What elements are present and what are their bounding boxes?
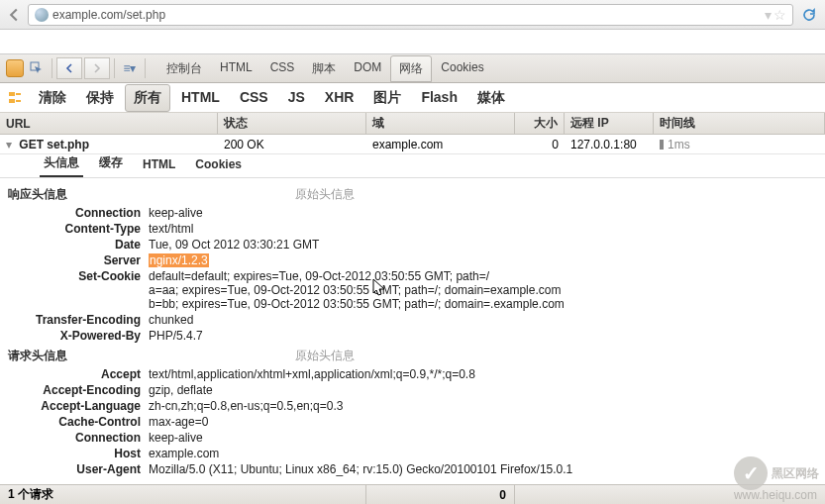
filter-0[interactable]: 清除 <box>30 84 75 112</box>
header-value[interactable]: example.com <box>149 447 825 460</box>
request-status: 200 OK <box>218 135 366 153</box>
detail-tab-1[interactable]: 缓存 <box>95 151 127 177</box>
header-name: Cache-Control <box>0 415 149 429</box>
col-ip[interactable]: 远程 IP <box>565 113 654 134</box>
request-headers-section: 请求头信息 原始头信息 <box>0 346 825 366</box>
header-row: Connectionkeep-alive <box>0 430 825 446</box>
headers-panel: 响应头信息 原始头信息 Connectionkeep-aliveContent-… <box>0 178 825 485</box>
panel-tab-控制台[interactable]: 控制台 <box>157 55 211 82</box>
filter-2[interactable]: 所有 <box>125 84 170 112</box>
header-name: Connection <box>0 431 149 445</box>
view-raw-link[interactable]: 原始头信息 <box>295 348 355 364</box>
header-value[interactable]: zh-cn,zh;q=0.8,en-us;q=0.5,en;q=0.3 <box>149 399 825 413</box>
watermark: ✓ 黑区网络 <box>734 456 819 490</box>
feed-icon[interactable]: ▾ <box>765 7 772 23</box>
header-value[interactable]: Tue, 09 Oct 2012 03:30:21 GMT <box>149 238 825 252</box>
header-name: Date <box>0 238 149 252</box>
view-raw-link[interactable]: 原始头信息 <box>295 186 355 203</box>
header-row: Hostexample.com <box>0 446 825 461</box>
panel-tab-html[interactable]: HTML <box>211 55 261 82</box>
filter-1[interactable]: 保持 <box>77 84 123 112</box>
reload-button[interactable] <box>797 4 821 26</box>
filter-9[interactable]: 媒体 <box>468 84 514 112</box>
expand-icon[interactable]: ▾ <box>6 138 16 151</box>
header-name: Transfer-Encoding <box>0 313 149 327</box>
col-size[interactable]: 大小 <box>515 113 565 134</box>
header-value[interactable]: default=default; expires=Tue, 09-Oct-201… <box>149 269 825 311</box>
header-value[interactable]: keep-alive <box>149 206 825 220</box>
header-value[interactable]: max-age=0 <box>149 415 825 429</box>
col-url[interactable]: URL <box>0 113 218 134</box>
nav-back-button[interactable] <box>56 57 82 79</box>
filter-3[interactable]: HTML <box>172 84 229 112</box>
header-name: Accept-Encoding <box>0 383 149 397</box>
panel-tabs: 控制台HTMLCSS脚本DOM网络Cookies <box>157 55 493 82</box>
header-name: Accept-Language <box>0 399 149 413</box>
header-row: X-Powered-ByPHP/5.4.7 <box>0 328 825 344</box>
firebug-toolbar: ≡▾ 控制台HTMLCSS脚本DOM网络Cookies <box>0 53 825 83</box>
net-icon <box>8 90 24 106</box>
header-row: Cache-Controlmax-age=0 <box>0 414 825 430</box>
bookmark-star-icon[interactable]: ☆ <box>773 7 786 23</box>
header-row: Set-Cookiedefault=default; expires=Tue, … <box>0 268 825 312</box>
header-row: Accept-Languagezh-cn,zh;q=0.8,en-us;q=0.… <box>0 398 825 414</box>
header-name: X-Powered-By <box>0 329 149 343</box>
back-button[interactable] <box>4 5 24 25</box>
url-input[interactable]: example.com/set.php ▾ ☆ <box>28 4 793 26</box>
header-name: Server <box>0 253 149 267</box>
header-name: Host <box>0 447 149 460</box>
filter-8[interactable]: Flash <box>412 84 466 112</box>
globe-icon <box>35 8 49 22</box>
header-row: Accept-Encodinggzip, deflate <box>0 382 825 398</box>
filter-6[interactable]: XHR <box>316 84 363 112</box>
header-row: DateTue, 09 Oct 2012 03:30:21 GMT <box>0 237 825 252</box>
request-size: 0 <box>515 135 565 153</box>
request-ip: 127.0.0.1:80 <box>565 135 654 153</box>
browser-location-bar: example.com/set.php ▾ ☆ <box>0 0 825 30</box>
header-row: User-AgentMozilla/5.0 (X11; Ubuntu; Linu… <box>0 461 825 477</box>
separator <box>52 58 52 78</box>
header-name: User-Agent <box>0 462 149 476</box>
header-value[interactable]: Mozilla/5.0 (X11; Ubuntu; Linux x86_64; … <box>149 462 825 476</box>
panel-tab-网络[interactable]: 网络 <box>390 55 432 82</box>
firebug-icon[interactable] <box>6 59 24 77</box>
header-row: Connectionkeep-alive <box>0 205 825 221</box>
svg-rect-2 <box>9 99 15 103</box>
header-value[interactable]: gzip, deflate <box>149 383 825 397</box>
menu-icon[interactable]: ≡▾ <box>119 57 141 79</box>
watermark-logo-icon: ✓ <box>734 456 768 490</box>
header-name: Content-Type <box>0 222 149 236</box>
table-header: URL 状态 域 大小 远程 IP 时间线 <box>0 113 825 135</box>
panel-tab-脚本[interactable]: 脚本 <box>303 55 345 82</box>
panel-tab-dom[interactable]: DOM <box>345 55 390 82</box>
header-name: Connection <box>0 206 149 220</box>
nav-forward-button[interactable] <box>84 57 110 79</box>
detail-tab-3[interactable]: Cookies <box>191 153 246 177</box>
response-headers-section: 响应头信息 原始头信息 <box>0 184 825 205</box>
col-domain[interactable]: 域 <box>366 113 515 134</box>
header-row: Transfer-Encodingchunked <box>0 312 825 328</box>
header-value[interactable]: chunked <box>149 313 825 327</box>
header-row: Content-Typetext/html <box>0 221 825 237</box>
filter-7[interactable]: 图片 <box>364 84 410 112</box>
header-value[interactable]: text/html <box>149 222 825 236</box>
request-method: GET <box>19 138 44 151</box>
panel-tab-cookies[interactable]: Cookies <box>432 55 492 82</box>
col-status[interactable]: 状态 <box>218 113 366 134</box>
header-value[interactable]: nginx/1.2.3 <box>149 253 825 267</box>
request-file: set.php <box>47 138 89 151</box>
status-request-count: 1 个请求 <box>0 485 366 504</box>
filter-5[interactable]: JS <box>279 84 314 112</box>
header-value[interactable]: text/html,application/xhtml+xml,applicat… <box>149 367 825 381</box>
request-timeline: 1ms <box>654 135 825 153</box>
detail-tab-0[interactable]: 头信息 <box>40 151 83 177</box>
detail-tab-2[interactable]: HTML <box>139 153 179 177</box>
panel-tab-css[interactable]: CSS <box>261 55 304 82</box>
filter-4[interactable]: CSS <box>231 84 277 112</box>
header-value[interactable]: PHP/5.4.7 <box>149 329 825 343</box>
watermark-url: www.heiqu.com <box>734 488 817 502</box>
header-name: Set-Cookie <box>0 269 149 311</box>
inspect-icon[interactable] <box>26 57 48 79</box>
col-timeline[interactable]: 时间线 <box>654 113 825 134</box>
header-value[interactable]: keep-alive <box>149 431 825 445</box>
